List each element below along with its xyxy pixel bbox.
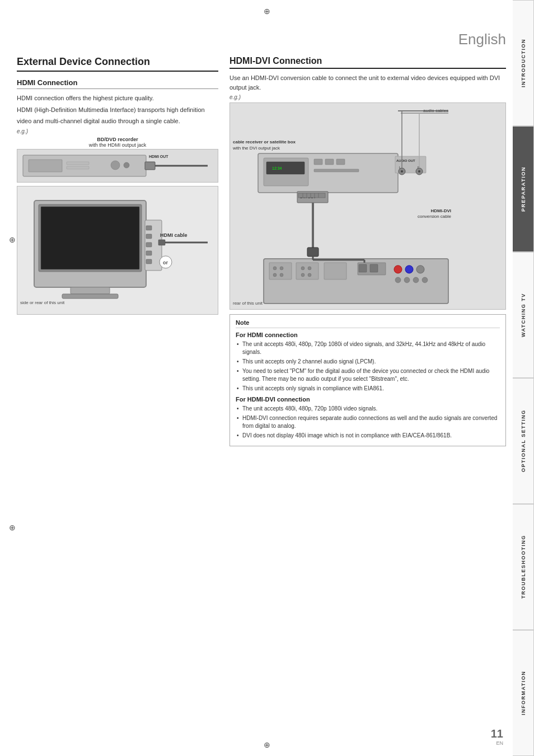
- svg-point-72: [308, 273, 311, 277]
- svg-point-4: [111, 161, 120, 170]
- svg-rect-19: [146, 259, 152, 264]
- bd-dvd-diagram: HDMI OUT: [17, 149, 218, 183]
- svg-rect-62: [269, 263, 292, 279]
- sidebar-item-introduction[interactable]: INTRODUCTION: [513, 0, 534, 126]
- bd-dvd-label: BD/DVD recorder with the HDMI output jac…: [17, 137, 218, 148]
- svg-text:HDMI OUT: HDMI OUT: [149, 155, 168, 158]
- page-lang-suffix: EN: [491, 740, 503, 746]
- svg-rect-17: [146, 242, 152, 247]
- svg-point-66: [273, 273, 277, 277]
- svg-point-77: [405, 265, 413, 273]
- hdmi-dvi-svg: audio cables cable receiver or satellite…: [230, 103, 505, 310]
- svg-rect-18: [146, 251, 152, 255]
- svg-point-67: [280, 267, 283, 270]
- svg-rect-63: [296, 263, 318, 279]
- hdmi-dvi-note-2: HDMI-DVI connection requires separate au…: [236, 414, 500, 430]
- svg-rect-21: [158, 240, 165, 245]
- crosshair-left-bottom: [8, 523, 17, 532]
- sidebar-item-optional-setting[interactable]: OPTIONAL SETTING: [513, 378, 534, 504]
- svg-rect-11: [41, 207, 139, 269]
- svg-point-68: [280, 273, 283, 277]
- tv-side-svg: side or rear of this unit HDMI cable or: [17, 186, 218, 315]
- svg-rect-36: [325, 159, 334, 165]
- svg-point-81: [413, 277, 419, 283]
- svg-text:with the DVI output jack: with the DVI output jack: [232, 146, 280, 151]
- hdmi-body1: HDMI connection offers the highest pictu…: [17, 94, 218, 103]
- svg-rect-74: [359, 264, 367, 272]
- svg-rect-2: [67, 162, 89, 165]
- svg-text:12:34: 12:34: [272, 166, 282, 170]
- svg-point-65: [273, 267, 277, 270]
- svg-text:rear of this unit: rear of this unit: [233, 301, 263, 306]
- hdmi-note-list: The unit accepts 480i, 480p, 720p 1080i …: [236, 340, 500, 393]
- bd-dvd-diagram-container: BD/DVD recorder with the HDMI output jac…: [17, 137, 218, 183]
- bd-dvd-svg: HDMI OUT: [17, 150, 218, 183]
- svg-rect-6: [145, 162, 155, 170]
- svg-point-70: [301, 273, 305, 277]
- svg-point-44: [401, 170, 403, 172]
- svg-rect-3: [67, 166, 89, 169]
- hdmi-note-4: This unit accepts only signals in compli…: [236, 385, 500, 393]
- note-box: Note For HDMI connection The unit accept…: [229, 314, 506, 446]
- hdmi-dvi-note-3: DVI does not display 480i image which is…: [236, 432, 500, 440]
- sidebar-item-watching-tv[interactable]: WATCHING TV: [513, 252, 534, 378]
- tv-side-diagram: side or rear of this unit HDMI cable or: [17, 186, 218, 315]
- right-sidebar: INTRODUCTION PREPARATION WATCHING TV OPT…: [513, 0, 534, 756]
- svg-text:cable receiver or satellite bo: cable receiver or satellite box: [233, 139, 296, 144]
- hdmi-dvi-note-1: The unit accepts 480i, 480p, 720p 1080i …: [236, 405, 500, 413]
- main-content: External Device Connection HDMI Connecti…: [17, 56, 506, 722]
- hdmi-note-2: This unit accepts only 2 channel audio s…: [236, 358, 500, 366]
- hdmi-dvi-diagram: audio cables cable receiver or satellite…: [229, 102, 506, 310]
- svg-rect-1: [29, 160, 62, 172]
- sidebar-item-preparation[interactable]: PREPARATION: [513, 126, 534, 252]
- svg-point-80: [404, 277, 410, 283]
- language-label: English: [458, 31, 506, 48]
- left-section-title: External Device Connection: [17, 56, 218, 72]
- hdmi-note-3: You need to select "PCM" for the digital…: [236, 367, 500, 383]
- svg-point-69: [301, 267, 305, 270]
- tv-side-diagram-container: side or rear of this unit HDMI cable or: [17, 186, 218, 315]
- hdmi-dvi-title: HDMI-DVI Connection: [229, 56, 506, 69]
- svg-text:AUDIO OUT: AUDIO OUT: [396, 159, 415, 162]
- eg-label-1: e.g.): [17, 128, 218, 134]
- crosshair-left-top: [8, 235, 17, 244]
- hdmi-connection-subtitle: HDMI Connection: [17, 78, 218, 89]
- svg-text:HDMI cable: HDMI cable: [160, 232, 188, 238]
- svg-rect-16: [146, 234, 152, 239]
- svg-point-78: [416, 265, 424, 273]
- svg-text:or: or: [163, 260, 168, 265]
- svg-text:HDMI-DVI: HDMI-DVI: [431, 208, 451, 213]
- right-column: HDMI-DVI Connection Use an HDMI-DVI conv…: [229, 56, 506, 446]
- svg-point-76: [394, 265, 402, 273]
- svg-rect-37: [336, 159, 345, 165]
- svg-point-82: [422, 277, 428, 283]
- crosshair-top: [263, 7, 271, 16]
- svg-rect-75: [370, 264, 378, 272]
- page-container: English INTRODUCTION PREPARATION WATCHIN…: [0, 0, 534, 756]
- svg-rect-51: [298, 193, 325, 198]
- hdmi-body3: video and multi-channel digital audio th…: [17, 116, 218, 126]
- sidebar-item-troubleshooting[interactable]: TROUBLESHOOTING: [513, 504, 534, 630]
- svg-text:conversion cable: conversion cable: [418, 214, 452, 219]
- svg-text:side or rear of this unit: side or rear of this unit: [20, 300, 65, 305]
- sidebar-item-information[interactable]: INFORMATION: [513, 630, 534, 756]
- eg-label-2: e.g.): [229, 94, 506, 100]
- note-title: Note: [236, 319, 500, 328]
- page-number-container: 11 EN: [491, 727, 503, 746]
- svg-point-46: [418, 170, 420, 172]
- page-number: 11: [491, 727, 503, 740]
- svg-rect-38: [314, 169, 359, 172]
- hdmi-body2: HDMI (High-Definition Multimedia Interfa…: [17, 105, 218, 115]
- svg-point-79: [395, 277, 401, 283]
- svg-rect-64: [324, 263, 346, 279]
- for-hdmi-title: For HDMI connection: [236, 332, 500, 338]
- svg-rect-60: [307, 248, 318, 256]
- svg-rect-13: [62, 294, 118, 298]
- hdmi-note-1: The unit accepts 480i, 480p, 720p 1080i …: [236, 340, 500, 356]
- svg-rect-12: [71, 287, 110, 294]
- svg-point-71: [308, 267, 311, 270]
- hdmi-dvi-body: Use an HDMI-DVI conversion cable to conn…: [229, 73, 506, 92]
- left-column: External Device Connection HDMI Connecti…: [17, 56, 218, 315]
- svg-rect-35: [314, 159, 322, 165]
- hdmi-dvi-note-list: The unit accepts 480i, 480p, 720p 1080i …: [236, 405, 500, 440]
